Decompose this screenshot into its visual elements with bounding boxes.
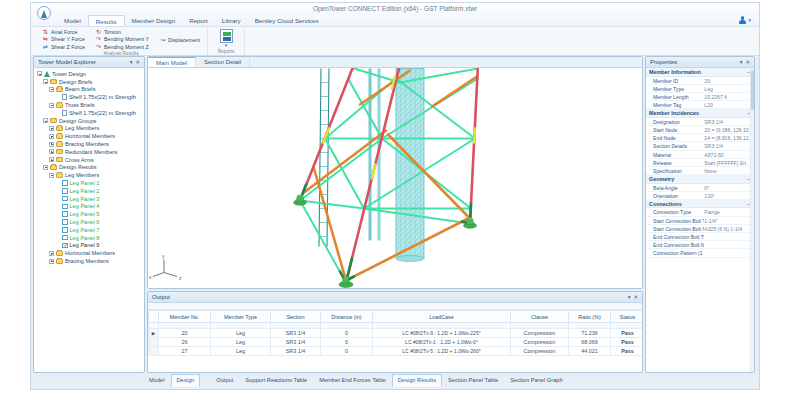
tree-expander-icon[interactable] <box>49 149 54 154</box>
tree-item-leg-members-group[interactable]: Leg Members <box>36 125 143 133</box>
bottom-tab-model[interactable]: Model <box>143 374 171 387</box>
property-value[interactable]: 10.2267 ft <box>704 93 754 100</box>
tab-results[interactable]: Results <box>88 15 125 26</box>
property-value[interactable]: 1-1/4" <box>704 217 754 224</box>
bottom-tab-design-results[interactable]: Design Results <box>392 374 442 387</box>
property-value[interactable]: L20 <box>704 101 754 108</box>
property-value[interactable]: Leg <box>704 85 754 92</box>
tab-bentley-cloud-services[interactable]: Bentley Cloud Services <box>248 15 326 26</box>
tree-item-bracing-members-group[interactable]: Bracing Members <box>36 140 143 148</box>
tree-item-leg-panel-2[interactable]: Leg Panel 2 <box>36 187 143 195</box>
tree-item-redundant-members-group[interactable]: Redundant Members <box>36 148 143 156</box>
tab-section-detail[interactable]: Section Detail <box>196 57 250 67</box>
displacement-button[interactable]: ↝Displacement <box>157 36 202 44</box>
bottom-tab-design[interactable]: Design <box>171 374 201 387</box>
tree-expander-icon[interactable] <box>49 157 54 162</box>
tree-expander-icon[interactable] <box>37 71 42 76</box>
scrollbar[interactable] <box>750 68 754 372</box>
tree-item-horizontal-members-group[interactable]: Horizontal Members <box>36 132 143 140</box>
model-3d-canvas[interactable]: x y z <box>148 68 642 289</box>
tree-item-design-briefs[interactable]: Design Briefs <box>36 78 143 86</box>
torsion-button[interactable]: ↻Torsion <box>93 28 151 36</box>
table-row[interactable]: 26 Leg SR3 1/4 0 LC #08/2Tx-1 : 1.2D + 1… <box>149 338 644 347</box>
tab-report[interactable]: Report <box>182 15 215 26</box>
checkbox[interactable] <box>62 211 68 217</box>
bottom-tab-support-reactions-table[interactable]: Support Reactions Table <box>239 374 313 387</box>
property-value[interactable] <box>704 233 754 240</box>
tree-expander-icon[interactable] <box>49 142 54 147</box>
tree-expander-icon[interactable] <box>49 134 54 139</box>
tree-item-leg-panel-1[interactable]: Leg Panel 1 <box>36 179 143 187</box>
bottom-tab-section-panel-table[interactable]: Section Panel Table <box>442 374 504 387</box>
property-value[interactable] <box>704 249 754 256</box>
tree-expander-icon[interactable] <box>49 173 54 178</box>
app-logo-icon[interactable] <box>37 6 51 20</box>
property-value[interactable]: Flange <box>704 208 754 215</box>
tree-item-tower-design[interactable]: Tower Design <box>36 70 143 78</box>
property-value[interactable]: SR3 1/4 <box>704 142 754 149</box>
tab-library[interactable]: Library <box>215 15 248 26</box>
panel-menu-icon[interactable]: ▾ <box>130 57 133 67</box>
tree-expander-icon[interactable] <box>49 251 54 256</box>
checkbox[interactable] <box>62 219 68 225</box>
bending-moment-z-button[interactable]: ↷Bending Moment Z <box>93 43 151 51</box>
tab-model[interactable]: Model <box>57 15 88 26</box>
property-value[interactable]: 24 = (8.916, 136.12… <box>704 134 754 141</box>
tree-expander-icon[interactable] <box>43 118 48 123</box>
tree-item-leg-panel-6[interactable]: Leg Panel 6 <box>36 218 143 226</box>
checkbox[interactable] <box>62 196 68 202</box>
user-account-button[interactable]: ▾ <box>738 16 751 24</box>
tree-item-bracing-members-results[interactable]: Bracing Members <box>36 257 143 265</box>
reports-button[interactable]: ▾ <box>213 28 239 48</box>
axial-force-button[interactable]: ⇅Axial Force <box>40 28 87 36</box>
tree-item-cross-arms-group[interactable]: Cross Arms <box>36 156 143 164</box>
shear-y-force-button[interactable]: ⇆Shear Y Force <box>40 36 87 44</box>
property-value[interactable]: 0° <box>704 184 754 191</box>
property-value[interactable]: 20 <box>704 77 754 84</box>
tree-item-leg-panel-7[interactable]: Leg Panel 7 <box>36 226 143 234</box>
tree-item-leg-panel-9[interactable]: Leg Panel 9 <box>36 242 143 250</box>
panel-menu-icon[interactable]: ▾ <box>628 292 631 302</box>
column-header-distance[interactable]: Distance (in) <box>321 311 373 323</box>
tree-expander-icon[interactable] <box>49 259 54 264</box>
property-value[interactable]: Start (FFFFFF) En… <box>704 159 754 166</box>
column-header-status[interactable]: Status <box>611 311 644 323</box>
checkbox[interactable] <box>62 227 68 233</box>
checkbox[interactable] <box>62 180 68 186</box>
column-header-ratio[interactable]: Ratio (%) <box>569 311 611 323</box>
checkbox[interactable] <box>62 204 68 210</box>
tree-item-leg-members-results[interactable]: Leg Members <box>36 171 143 179</box>
shear-z-force-button[interactable]: ⇄Shear Z Force <box>40 43 87 51</box>
tree-item-leg-panel-4[interactable]: Leg Panel 4 <box>36 203 143 211</box>
tree-expander-icon[interactable] <box>43 79 48 84</box>
column-header-section[interactable]: Section <box>271 311 321 323</box>
bottom-tab-member-end-forces-table[interactable]: Member End Forces Table <box>313 374 392 387</box>
property-value[interactable]: A325 (6 N) 1-1/4 <box>704 225 754 232</box>
tree-item-horizontal-members-results[interactable]: Horizontal Members <box>36 249 143 257</box>
table-row[interactable]: 27 Leg SR3 1/4 0 LC #08/2Tx-5 : 1.2D + 1… <box>149 347 644 356</box>
tree-item-design-results[interactable]: Design Results <box>36 164 143 172</box>
bottom-tab-output[interactable]: Output <box>210 374 239 387</box>
column-header-loadcase[interactable]: LoadCase <box>373 311 511 323</box>
tree-item-shelf-strength-2[interactable]: Shelf 1.75x(22) m Strength <box>36 109 143 117</box>
checkbox-checked[interactable] <box>62 243 68 249</box>
panel-close-icon[interactable]: ✕ <box>633 292 638 302</box>
tree-expander-icon[interactable] <box>49 126 54 131</box>
checkbox[interactable] <box>62 235 68 241</box>
checkbox[interactable] <box>62 188 68 194</box>
tree-item-leg-panel-3[interactable]: Leg Panel 3 <box>36 195 143 203</box>
property-value[interactable]: 20 = (9.186, 126.10… <box>704 126 754 133</box>
property-value[interactable]: A572-50 <box>704 151 754 158</box>
property-value[interactable]: 120° <box>704 192 754 199</box>
property-value[interactable]: SR3 1/4 <box>704 118 754 125</box>
tab-member-design[interactable]: Member Design <box>125 15 183 26</box>
column-header-member-no[interactable]: Member No. <box>159 311 211 323</box>
property-value[interactable]: None <box>704 167 754 174</box>
panel-close-icon[interactable]: ✕ <box>745 57 750 67</box>
table-row[interactable]: ▶ 20 Leg SR3 1/4 0 LC #08/2Tx-9 : 1.2D +… <box>149 329 644 338</box>
tree-item-beam-briefs[interactable]: Beam Briefs <box>36 86 143 94</box>
tree-item-leg-panel-8[interactable]: Leg Panel 8 <box>36 234 143 242</box>
row-selector[interactable]: ▶ <box>149 329 159 338</box>
tree-item-shelf-strength-1[interactable]: Shelf 1.75x(22) m Strength <box>36 93 143 101</box>
bottom-tab-section-panel-graph[interactable]: Section Panel Graph <box>504 374 569 387</box>
